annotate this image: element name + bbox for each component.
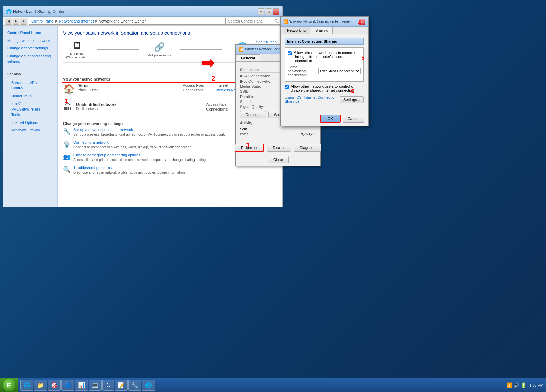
- taskbar-app-explorer[interactable]: 📁: [34, 380, 47, 391]
- start-orb[interactable]: ⊞: [3, 379, 15, 391]
- annotation-number-4: 4: [358, 20, 361, 26]
- forward-button[interactable]: ▶: [13, 18, 19, 25]
- properties-button[interactable]: Properties: [235, 144, 264, 152]
- close-button[interactable]: ✕: [273, 8, 279, 15]
- ics-row: Using ICS (Internet Connection Sharing) …: [285, 95, 364, 105]
- status-dialog-buttons: Properties Disable Diagnose: [236, 141, 320, 155]
- page-title: View your basic network information and …: [63, 30, 277, 36]
- app10-icon: 🌐: [145, 382, 152, 389]
- annotation-number-6: 6: [351, 88, 354, 95]
- home-networking-label: Home networking connection:: [288, 65, 316, 77]
- sidebar-item-manage-wireless[interactable]: Manage wireless networks: [3, 37, 57, 45]
- homegroup-text: Choose homegroup and sharing options Acc…: [73, 153, 209, 162]
- homegroup-desc: Access files and printers located on oth…: [73, 158, 209, 162]
- taskbar-apps: 🌐 📁 🎯 🔵 📊 💻 🗂 📝 🔧 🌐: [18, 380, 504, 391]
- props-tab-networking[interactable]: Networking: [283, 27, 310, 34]
- public-network-icon: 🏛: [63, 102, 73, 114]
- taskbar-app-5[interactable]: 📊: [75, 380, 88, 391]
- setup-new-connection-link[interactable]: Set up a new connection or network: [73, 128, 225, 132]
- media-label: Media State:: [240, 84, 281, 88]
- see-also-intel[interactable]: Intel® PROSet/Wireless Tools: [7, 100, 53, 119]
- props-dialog-title: Wireless Network Connection Properties: [289, 20, 351, 24]
- taskbar-app-8[interactable]: 📝: [115, 380, 128, 391]
- ics-link[interactable]: Using ICS (Internet Connection Sharing): [285, 95, 340, 103]
- props-dialog-body: Internet Connection Sharing Allow other …: [281, 34, 368, 112]
- up-button[interactable]: ▲: [20, 18, 27, 25]
- multiple-networks-node: 🔗 Multiple networks: [146, 42, 173, 57]
- see-full-map-link[interactable]: See full map: [256, 40, 277, 44]
- allow-sharing-row: Allow other network users to connect thr…: [288, 50, 361, 63]
- see-also-internet-options[interactable]: Internet Options: [7, 119, 53, 127]
- props-tab-sharing[interactable]: Sharing: [311, 27, 333, 34]
- disable-button[interactable]: Disable: [267, 144, 291, 152]
- ssid-label: SSID:: [240, 89, 281, 93]
- tray-network-icon[interactable]: 📶: [506, 382, 512, 388]
- taskbar-app-ie[interactable]: 🌐: [20, 380, 33, 391]
- diagnose-button[interactable]: Diagnose: [294, 144, 321, 152]
- ipv4-label: IPv4 Connectivity:: [240, 74, 281, 78]
- breadcrumb: Control Panel ▶ Network and Internet ▶ N…: [29, 18, 226, 25]
- computer-node: 🖥 MCDID02(This computer): [63, 40, 90, 59]
- start-button[interactable]: ⊞: [0, 378, 18, 392]
- setup-new-connection-desc: Set up a wireless, broadband, dial-up, a…: [73, 133, 225, 136]
- setup-text: Set up a new connection or network Set u…: [73, 128, 225, 137]
- taskbar-app-3[interactable]: 🎯: [48, 380, 61, 391]
- maximize-button[interactable]: □: [265, 8, 272, 15]
- setup-icon: 🔧: [63, 128, 71, 135]
- duration-label: Duration:: [240, 95, 281, 99]
- home-network-icon: 🏠: [63, 83, 75, 95]
- sidebar-item-change-adapter[interactable]: Change adapter settings: [3, 44, 57, 52]
- bytes-label: Bytes:: [240, 132, 249, 136]
- see-also-homegroup[interactable]: HomeGroup: [7, 92, 53, 100]
- details-button[interactable]: Details...: [240, 111, 266, 118]
- troubleshoot-link[interactable]: Troubleshoot problems: [73, 165, 186, 170]
- close-status-button[interactable]: Close: [268, 156, 289, 163]
- connect-network-link[interactable]: Connect to a network: [73, 140, 192, 144]
- allow-control-checkbox[interactable]: [285, 85, 289, 89]
- settings-button[interactable]: Settings...: [340, 96, 364, 103]
- multiple-networks-label: Multiple networks: [148, 54, 172, 57]
- taskbar-app-9[interactable]: 🔧: [128, 380, 141, 391]
- taskbar-app-4[interactable]: 🔵: [61, 380, 74, 391]
- search-input[interactable]: [226, 18, 280, 25]
- breadcrumb-network-internet[interactable]: Network and Internet: [59, 19, 94, 23]
- tray-battery-icon[interactable]: 🔋: [521, 382, 527, 388]
- back-button[interactable]: ◀: [5, 18, 12, 25]
- see-also-barracuda[interactable]: Barracuda VPN Control: [7, 79, 53, 92]
- annotation-number-5: 5: [361, 55, 364, 61]
- signal-label: Signal Quality:: [240, 105, 281, 109]
- internet-sharing-box: Allow other network users to connect thr…: [285, 47, 364, 82]
- see-also-windows-firewall[interactable]: Windows Firewall: [7, 126, 53, 134]
- sidebar-item-advanced-sharing[interactable]: Change advanced sharing settings: [3, 52, 57, 66]
- bytes-sent-val: 9,763,283: [301, 132, 317, 136]
- ipv6-label: IPv6 Connectivity:: [240, 79, 281, 83]
- breadcrumb-control-panel[interactable]: Control Panel: [31, 19, 54, 23]
- taskbar-app-6[interactable]: 💻: [89, 380, 102, 391]
- ok-button[interactable]: OK: [320, 115, 341, 123]
- home-networking-dropdown[interactable]: Local Area Connection: [318, 68, 361, 74]
- sent-label: Sent: [240, 127, 247, 131]
- taskbar-tray: 📶 🔊 🔋 1:30 PM: [504, 382, 546, 388]
- sidebar-item-control-panel-home[interactable]: Control Panel Home: [3, 29, 57, 37]
- allow-sharing-checkbox[interactable]: [288, 51, 292, 55]
- breadcrumb-current: Network and Sharing Center: [99, 19, 146, 23]
- app5-icon: 📊: [78, 382, 85, 389]
- homegroup-icon: 👥: [63, 153, 71, 161]
- homegroup-link[interactable]: Choose homegroup and sharing options: [73, 153, 209, 157]
- tray-volume-icon[interactable]: 🔊: [514, 382, 519, 388]
- connect-text: Connect to a network Connect or reconnec…: [73, 140, 192, 149]
- see-also-title: See also: [7, 72, 53, 77]
- app6-icon: 💻: [92, 382, 99, 389]
- taskbar-app-10[interactable]: 🌐: [142, 380, 155, 391]
- status-tab-general[interactable]: General: [236, 54, 260, 61]
- app4-icon: 🔵: [64, 382, 71, 389]
- minimize-button[interactable]: ─: [258, 8, 264, 15]
- cancel-button[interactable]: Cancel: [343, 115, 364, 123]
- conn-label: Connections:: [183, 88, 213, 92]
- ie-icon: 🌐: [24, 382, 30, 389]
- troubleshoot-icon: 🔍: [63, 166, 71, 173]
- app9-icon: 🔧: [131, 382, 138, 389]
- virus-network-type: Home network: [78, 88, 176, 92]
- conn-label-2: Connections:: [206, 107, 237, 111]
- taskbar-app-7[interactable]: 🗂: [102, 380, 114, 391]
